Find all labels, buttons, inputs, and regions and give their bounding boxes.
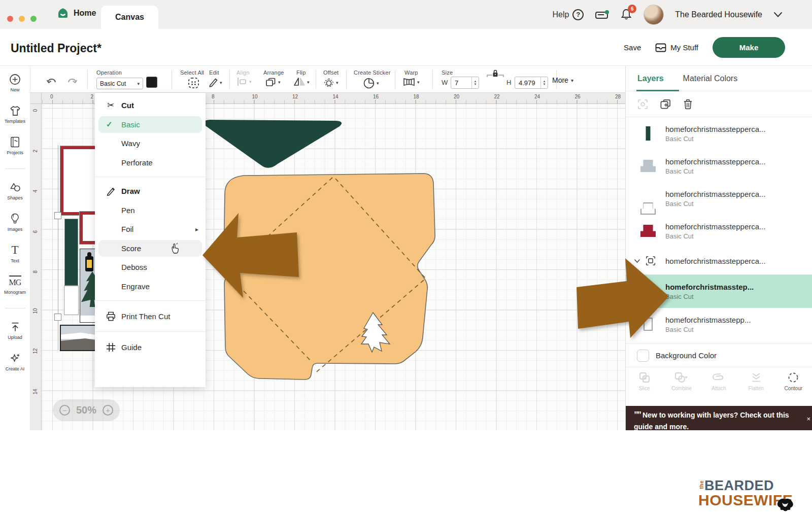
width-stepper[interactable]: ▲▼	[471, 77, 479, 88]
select-all-button[interactable]	[188, 77, 199, 89]
menu-item-print-then-cut[interactable]: Print Then Cut	[95, 305, 206, 327]
triangle-shape[interactable]	[204, 120, 342, 168]
layer-operation: Basic Cut	[665, 200, 766, 208]
menu-item-deboss[interactable]: Deboss	[95, 258, 206, 277]
chevron-down-icon[interactable]	[634, 259, 640, 263]
warp-button[interactable]: ▾	[402, 77, 420, 87]
v-ruler-number: 2	[32, 144, 38, 152]
duplicate-button[interactable]	[660, 98, 671, 110]
h-ruler-number: 28	[615, 94, 621, 99]
toast-close-button[interactable]: ×	[806, 415, 810, 423]
sidebar-item-create-ai[interactable]: Create AI	[6, 352, 25, 371]
sidebar-item-projects[interactable]: Projects	[7, 136, 23, 155]
tab-layers[interactable]: Layers	[637, 74, 664, 83]
account-chevron-down-icon[interactable]	[773, 12, 783, 18]
selection-handle[interactable]	[54, 212, 61, 219]
toolbar-divider	[316, 70, 316, 89]
close-window-button[interactable]	[7, 16, 13, 22]
sidebar-item-monogram[interactable]: MG Monogram	[4, 276, 26, 295]
menu-divider	[95, 300, 206, 301]
operation-label: Operation	[96, 70, 122, 76]
zoom-in-button[interactable]: +	[103, 405, 113, 416]
sidebar-item-upload[interactable]: Upload	[8, 321, 22, 340]
arrange-button[interactable]: ▾	[265, 77, 281, 87]
delete-button[interactable]	[683, 98, 693, 110]
offset-button[interactable]: ▾	[323, 77, 339, 88]
stepper-down-icon[interactable]: ▼	[543, 83, 546, 86]
toolbar-divider	[432, 70, 433, 89]
flip-button[interactable]: ▾	[293, 77, 310, 87]
selection-handle[interactable]	[54, 314, 61, 321]
avatar[interactable]	[644, 5, 664, 25]
menu-item-label: Score	[121, 244, 141, 253]
layer-row[interactable]: homeforchristmasstepperca...Basic Cut	[626, 150, 812, 182]
vertical-ruler: 02468101214	[30, 104, 42, 430]
layer-row[interactable]: homeforchristmasstepperca...Basic Cut	[626, 182, 812, 215]
tab-canvas[interactable]: Canvas	[101, 6, 158, 29]
envelope-icon	[655, 43, 666, 52]
layer-name: homeforchristmasstepp...	[665, 316, 751, 324]
machine-status-icon[interactable]	[595, 9, 609, 21]
caret-down-icon: ▾	[249, 79, 252, 84]
lock-ratio-button[interactable]	[486, 69, 504, 78]
v-ruler-number: 0	[32, 104, 38, 112]
sidebar-item-images[interactable]: Images	[8, 213, 23, 232]
tab-material-colors[interactable]: Material Colors	[683, 74, 738, 83]
sidebar-item-templates[interactable]: Templates	[5, 105, 25, 124]
create-sticker-label: Create Sticker	[354, 70, 391, 76]
layer-row[interactable]: homeforchristmasstepperca...Basic Cut	[626, 117, 812, 150]
help-label: Help	[552, 10, 569, 19]
save-button[interactable]: Save	[624, 43, 641, 52]
ruler-corner	[30, 93, 42, 104]
zoom-out-button[interactable]: −	[59, 405, 70, 416]
layer-row[interactable]: homeforchristmasstepperca...Basic Cut	[626, 215, 812, 247]
layer-row-selected[interactable]: homeforchristmasstep...Basic Cut	[626, 274, 812, 308]
make-button[interactable]: Make	[713, 37, 785, 58]
tool-label: Slice	[639, 386, 650, 391]
contour-icon	[787, 371, 799, 384]
menu-divider	[95, 331, 206, 332]
menu-item-guide[interactable]: Guide	[95, 336, 206, 358]
logo-the: the	[699, 483, 704, 489]
layer-group-row[interactable]: homeforchristmasstepperca...	[626, 247, 812, 274]
sidebar-item-shapes[interactable]: Shapes	[7, 181, 23, 200]
layer-row[interactable]: homeforchristmasstepp...Basic Cut	[626, 308, 812, 340]
tab-home[interactable]: Home	[57, 7, 96, 19]
background-color-swatch[interactable]	[637, 350, 649, 362]
stepper-down-icon[interactable]: ▼	[474, 83, 477, 86]
menu-item-score[interactable]: Score	[95, 239, 206, 258]
width-input[interactable]: 7 ▲▼	[451, 77, 479, 89]
undo-button[interactable]	[46, 77, 58, 87]
card-layer-shape[interactable]	[64, 286, 79, 315]
edit-button[interactable]: ▾	[208, 77, 222, 88]
menu-item-perforate[interactable]: Perforate	[95, 153, 206, 173]
create-sticker-button[interactable]: ▾	[363, 77, 379, 89]
height-label: H	[506, 79, 511, 86]
operation-select[interactable]: Basic Cut ▾	[96, 78, 143, 89]
menu-item-engrave[interactable]: Engrave	[95, 277, 206, 296]
more-button[interactable]: More ▾	[552, 76, 573, 84]
redo-button[interactable]	[66, 77, 78, 87]
color-swatch[interactable]	[146, 77, 157, 88]
tool-label: Attach	[712, 386, 726, 391]
sidebar-label: Projects	[7, 150, 23, 155]
height-input[interactable]: 4.979 ▲▼	[515, 77, 548, 89]
zoom-window-button[interactable]	[30, 16, 37, 22]
tool-label: Contour	[784, 386, 802, 391]
help-button[interactable]: Help ?	[552, 9, 584, 20]
notifications-button[interactable]: 6	[620, 8, 632, 21]
caret-down-icon: ▾	[278, 80, 281, 85]
minimize-window-button[interactable]	[19, 16, 25, 22]
menu-item-wavy[interactable]: Wavy	[95, 134, 206, 153]
height-stepper[interactable]: ▲▼	[540, 77, 548, 88]
menu-item-foil[interactable]: Foil ▸	[95, 220, 206, 239]
envelope-shape[interactable]	[224, 174, 435, 380]
menu-item-basic[interactable]: ✓ Basic	[95, 115, 206, 134]
contour-button[interactable]: Contour	[777, 371, 809, 391]
page-title[interactable]: Untitled Project*	[11, 42, 101, 55]
my-stuff-button[interactable]: My Stuff	[655, 43, 698, 52]
sidebar-item-new[interactable]: New	[9, 73, 21, 92]
menu-item-pen[interactable]: Pen	[95, 201, 206, 220]
card-layer-shape[interactable]	[64, 219, 78, 286]
sidebar-item-text[interactable]: T Text	[9, 244, 21, 263]
